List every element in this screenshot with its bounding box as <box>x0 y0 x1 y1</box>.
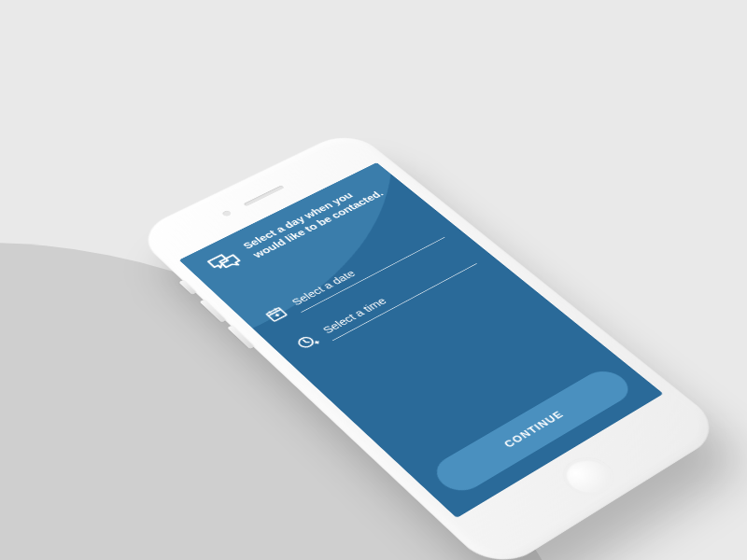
volume-up-button <box>200 300 227 323</box>
front-camera <box>221 210 233 217</box>
phone-mockup: Select a day when you would like to be c… <box>133 128 728 560</box>
earpiece-speaker <box>243 185 284 206</box>
clock-plus-icon <box>292 332 321 353</box>
volume-down-button <box>227 326 254 350</box>
continue-button[interactable]: CONTINUE <box>428 365 638 497</box>
continue-label: CONTINUE <box>501 409 566 449</box>
app-screen: Select a day when you would like to be c… <box>179 162 664 518</box>
home-button[interactable] <box>553 451 624 503</box>
phone-scene: Select a day when you would like to be c… <box>0 0 747 560</box>
svg-point-1 <box>296 336 316 349</box>
